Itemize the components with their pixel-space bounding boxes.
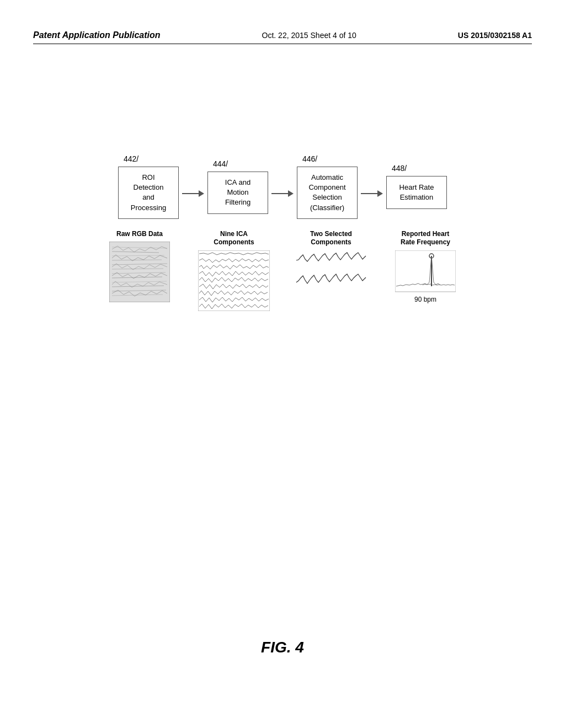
flow-item-446: 446 / AutomaticComponentSelection(Classi… (297, 154, 358, 219)
flow-row: 442 / ROI Detectionand Processing 444 / … (33, 154, 532, 219)
ref-448: 448 / (392, 164, 407, 173)
box-ica: ICA and MotionFiltering (207, 172, 268, 214)
flow-item-448: 448 / Heart RateEstimation (386, 164, 447, 209)
ref-444: 444 / (213, 159, 228, 168)
two-components-label: Two SelectedComponents (310, 230, 352, 247)
signals-row: Raw RGB Data (33, 230, 532, 311)
raw-rgb-label: Raw RGB Data (116, 230, 163, 239)
arrow-line-1 (182, 193, 199, 194)
ica-svg (198, 250, 270, 311)
two-components-svg (295, 250, 367, 295)
raw-rgb-svg (109, 242, 170, 302)
publication-label: Patent Application Publication (33, 30, 161, 40)
arrow-head-2 (288, 190, 294, 197)
ref-442: 442 / (124, 154, 138, 163)
flow-item-442: 442 / ROI Detectionand Processing (118, 154, 179, 219)
arrow-1 (182, 190, 204, 197)
svg-rect-14 (395, 250, 456, 292)
signal-raw-rgb: Raw RGB Data (106, 230, 173, 303)
fig-label: FIG. 4 (261, 639, 304, 656)
ref-446: 446 / (302, 154, 317, 163)
diagram-area: 442 / ROI Detectionand Processing 444 / … (33, 154, 532, 311)
arrow-head-3 (377, 190, 383, 197)
arrow-3 (361, 190, 383, 197)
signal-heart-rate-freq: Reported HeartRate Frequency 90 bpm (392, 230, 459, 303)
arrow-head-1 (199, 190, 204, 197)
arrow-line-3 (361, 193, 377, 194)
arrow-line-2 (271, 193, 288, 194)
date-sheet-label: Oct. 22, 2015 Sheet 4 of 10 (262, 31, 356, 40)
signal-two-components: Two SelectedComponents (295, 230, 367, 295)
bpm-label: 90 bpm (414, 296, 436, 303)
ica-label: Nine ICAComponents (214, 230, 254, 247)
page-header: Patent Application Publication Oct. 22, … (33, 30, 532, 44)
box-heart-rate: Heart RateEstimation (386, 176, 447, 209)
heart-rate-freq-label: Reported HeartRate Frequency (401, 230, 450, 247)
signal-ica: Nine ICAComponents (198, 230, 270, 311)
arrow-2 (271, 190, 294, 197)
box-roi: ROI Detectionand Processing (118, 167, 179, 219)
patent-number-label: US 2015/0302158 A1 (458, 31, 532, 40)
freq-svg (395, 250, 456, 295)
box-classifier: AutomaticComponentSelection(Classifier) (297, 167, 358, 219)
flow-item-444: 444 / ICA and MotionFiltering (207, 159, 268, 214)
